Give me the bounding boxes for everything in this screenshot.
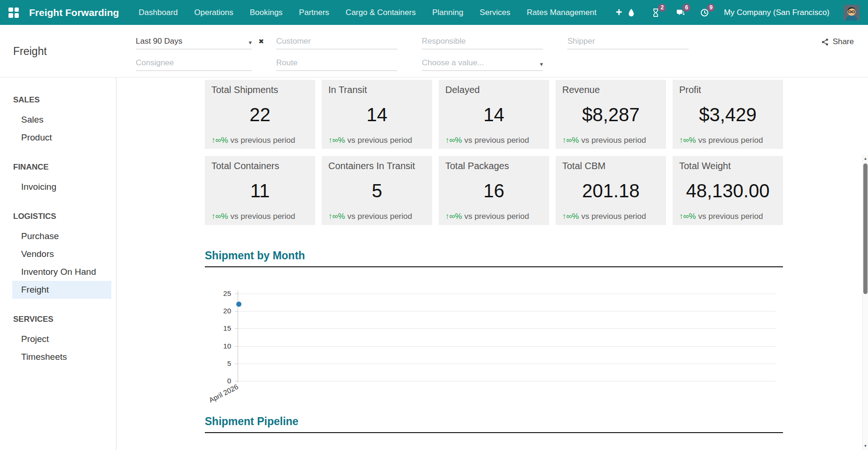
section-title-shipment-pipeline: Shipment Pipeline [205,415,783,433]
sidebar-section-services: SERVICES Project Timesheets [0,313,116,366]
consignee-filter[interactable] [136,54,252,71]
kpi-value: 48,130.00 [673,180,783,201]
trend-value: ∞% [450,136,462,145]
responsible-input[interactable] [422,37,543,46]
sidebar-item-vendors[interactable]: Vendors [12,245,111,263]
y-axis-tick-label: 25 [205,289,231,298]
sidebar-item-sales[interactable]: Sales [12,111,111,129]
trend-text: vs previous period [230,212,295,221]
responsible-filter[interactable] [422,32,543,49]
kpi-value: 22 [205,104,315,125]
chart-gridline [238,346,775,347]
kpi-value: 14 [439,104,549,125]
caret-down-icon[interactable]: ▾ [248,39,252,46]
sidebar-header-services: SERVICES [0,313,116,326]
sidebar-item-purchase[interactable]: Purchase [12,227,111,245]
menu-item-partners[interactable]: Partners [299,8,329,17]
sidebar-item-inventory-on-hand[interactable]: Inventory On Hand [12,263,111,281]
trend-up-icon: ↑ [211,136,216,145]
page-title: Freight [13,45,47,57]
kpi-trend: ↑∞% vs previous period [328,212,412,221]
trend-text: vs previous period [464,212,529,221]
trend-text: vs previous period [698,136,763,145]
main-area: SALES Sales Product FINANCE Invoicing LO… [0,78,868,450]
menu-item-dashboard[interactable]: Dashboard [139,8,178,17]
trend-value: ∞% [683,136,696,145]
add-menu-button[interactable]: + [616,6,622,19]
trend-up-icon: ↑ [328,212,333,221]
menu-item-bookings[interactable]: Bookings [250,8,283,17]
kpi-value: 16 [439,180,549,201]
company-switcher[interactable]: My Company (San Francisco) [724,8,829,17]
apps-grid-icon[interactable] [8,8,19,18]
scrollbar-thumb[interactable] [863,163,868,294]
kpi-card-total-shipments: Total Shipments 22 ↑∞% vs previous perio… [205,80,315,149]
trend-value: ∞% [450,212,462,221]
trend-up-icon: ↑ [679,136,683,145]
trend-value: ∞% [216,136,228,145]
sidebar-section-logistics: LOGISTICS Purchase Vendors Inventory On … [0,210,116,299]
route-filter[interactable] [276,54,397,71]
trend-up-icon: ↑ [445,212,450,221]
sidebar-item-invoicing[interactable]: Invoicing [12,178,111,196]
sidebar-item-timesheets[interactable]: Timesheets [12,348,111,366]
kpi-trend: ↑∞% vs previous period [211,212,295,221]
share-button[interactable]: Share [821,37,854,47]
sidebar-section-finance: FINANCE Invoicing [0,161,116,196]
clear-filter-icon[interactable]: ✖ [258,38,264,45]
trend-value: ∞% [333,212,345,221]
y-axis-tick-label: 10 [205,342,231,350]
kpi-value: 201.18 [556,180,666,201]
sidebar-header-logistics: LOGISTICS [0,210,116,223]
choose-value-select[interactable]: Choose a value... ▾ [422,54,543,71]
share-label: Share [833,37,854,47]
choose-value-placeholder[interactable]: Choose a value... [422,58,537,68]
sidebar-section-sales: SALES Sales Product [0,93,116,147]
sidebar-item-freight[interactable]: Freight [12,281,111,299]
menu-item-operations[interactable]: Operations [194,8,233,17]
menu-item-planning[interactable]: Planning [432,8,463,17]
sidebar: SALES Sales Product FINANCE Invoicing LO… [0,78,116,450]
shipper-input[interactable] [567,37,689,46]
kpi-label: Total Shipments [211,85,309,95]
chart-gridline [238,311,775,311]
menu-item-cargo-containers[interactable]: Cargo & Containers [346,8,416,17]
kpi-value: 14 [322,104,432,125]
kpi-trend: ↑∞% vs previous period [445,212,529,221]
sidebar-item-project[interactable]: Project [12,330,111,348]
trend-value: ∞% [566,136,579,145]
route-input[interactable] [276,58,397,68]
kpi-trend: ↑∞% vs previous period [562,136,646,145]
hourglass-icon[interactable]: 2 [651,8,661,18]
chart-gridline [238,381,775,381]
date-range-value[interactable]: Last 90 Days [136,37,246,46]
trend-up-icon: ↑ [211,212,216,221]
app-title[interactable]: Freight Forwarding [29,7,119,18]
kpi-trend: ↑∞% vs previous period [211,136,295,145]
kpi-label: Profit [679,85,776,95]
sidebar-item-product[interactable]: Product [12,129,111,147]
scroll-down-arrow[interactable]: ▼ [863,443,868,449]
customer-input[interactable] [276,37,397,46]
consignee-input[interactable] [136,58,252,68]
date-range-filter[interactable]: Last 90 Days ▾ ✖ [136,32,252,49]
menu-item-rates-management[interactable]: Rates Management [527,8,597,17]
caret-down-icon[interactable]: ▾ [540,61,543,68]
droplet-icon[interactable] [626,8,636,18]
data-point [236,302,241,307]
activity-badge: 9 [707,4,715,12]
vertical-scrollbar[interactable]: ▲ ▼ [862,155,868,450]
scroll-up-arrow[interactable]: ▲ [863,156,868,162]
chat-icon[interactable]: 6 [675,8,685,18]
activity-clock-icon[interactable]: 9 [699,8,710,18]
menu-item-services[interactable]: Services [480,8,510,17]
avatar[interactable] [844,5,860,21]
shipper-filter[interactable] [567,32,689,49]
section-title-shipment-by-month: Shipment by Month [205,249,783,267]
customer-filter[interactable] [276,32,397,49]
navbar-systray: 2 6 9 My Company (San Francisco) [626,5,860,21]
kpi-trend: ↑∞% vs previous period [445,136,529,145]
kpi-trend: ↑∞% vs previous period [679,136,763,145]
y-axis-tick-label: 5 [205,359,231,368]
chart-gridline [238,364,775,364]
